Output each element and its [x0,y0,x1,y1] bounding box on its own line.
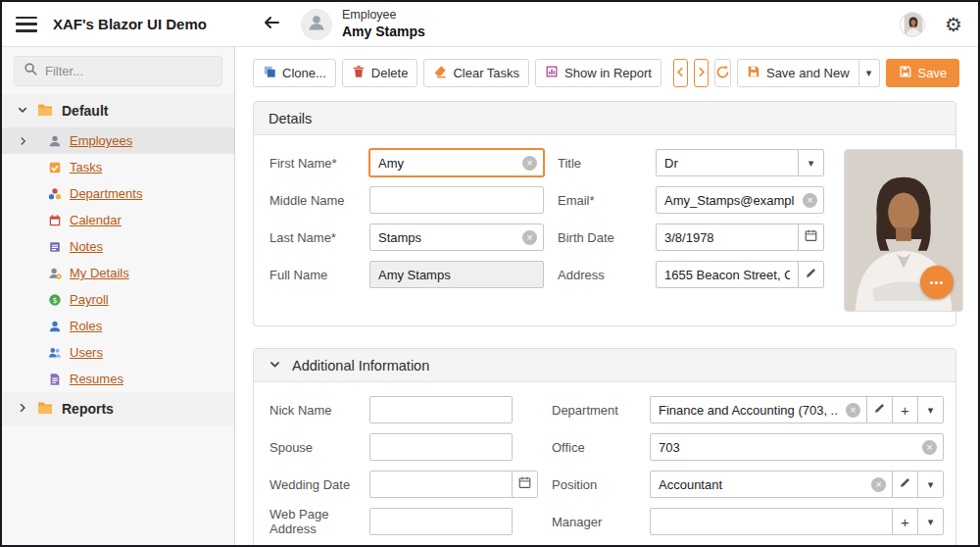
save-and-new-dropdown-button[interactable]: ▾ [859,59,880,87]
filter-input[interactable] [45,64,213,78]
wedding-date-calendar-button[interactable] [512,472,537,497]
manager-dropdown-button[interactable]: ▾ [917,509,943,534]
full-name-input [370,262,543,287]
manager-input[interactable] [651,509,892,534]
middle-name-field[interactable] [369,186,544,214]
clear-icon[interactable]: × [871,477,886,492]
sidebar-item-notes[interactable]: Notes [2,233,234,260]
sidebar-item-my-details[interactable]: My Details [2,260,234,286]
wedding-date-field[interactable] [369,471,538,498]
chevron-down-icon: ▾ [928,478,934,491]
clear-icon[interactable]: × [803,193,817,208]
office-input[interactable] [651,434,922,460]
sidebar-item-roles[interactable]: Roles [2,313,234,339]
payroll-icon: $ [47,292,62,307]
delete-button[interactable]: Delete [342,59,418,87]
first-name-input[interactable] [370,150,522,175]
birth-date-input[interactable] [657,224,798,250]
title-field[interactable]: ▾ [656,149,824,176]
chevron-right-icon [695,66,708,81]
sidebar-item-employees[interactable]: Employees [2,127,234,154]
position-field[interactable]: × ▾ [650,471,944,498]
birth-date-calendar-button[interactable] [798,224,823,250]
clear-tasks-button[interactable]: Clear Tasks [423,59,529,87]
email-field[interactable]: × [656,186,824,214]
hamburger-menu-icon[interactable] [16,17,37,32]
tasks-icon [47,160,62,174]
web-page-input[interactable] [370,509,512,534]
spouse-field[interactable] [369,433,513,461]
folder-icon [37,401,53,418]
last-name-label: Last Name* [270,230,369,245]
photo-actions-button[interactable]: ••• [920,266,954,299]
manager-label: Manager [552,515,650,529]
nick-name-input[interactable] [370,397,512,423]
filter-search-box[interactable] [14,56,222,86]
folder-icon [37,103,53,120]
department-input[interactable] [651,397,846,423]
title-input[interactable] [657,150,798,175]
sidebar-item-resumes[interactable]: Resumes [2,366,234,392]
previous-record-button[interactable] [673,59,688,87]
clear-icon[interactable]: × [522,230,537,245]
sidebar-group-reports[interactable]: Reports [2,392,234,425]
wedding-date-input[interactable] [370,472,512,497]
sidebar-group-default[interactable]: Default [2,94,234,127]
address-edit-button[interactable] [798,262,823,287]
last-name-input[interactable] [370,224,522,250]
position-dropdown-button[interactable]: ▾ [917,472,943,497]
chevron-left-icon [674,66,687,81]
clear-icon[interactable]: × [522,156,537,171]
email-input[interactable] [657,187,803,213]
web-page-field[interactable] [369,508,513,535]
employees-icon [47,133,62,148]
chevron-right-icon [18,135,28,146]
manager-field[interactable]: + ▾ [650,508,944,535]
clone-button[interactable]: Clone... [253,59,336,87]
chevron-down-icon: ▾ [928,516,934,528]
user-avatar[interactable] [900,12,925,37]
settings-gear-icon[interactable]: ⚙ [945,15,962,34]
back-button[interactable] [258,11,285,38]
save-button[interactable]: Save [886,59,960,87]
sidebar-item-tasks[interactable]: Tasks [2,154,234,180]
nick-name-label: Nick Name [270,403,369,418]
department-edit-button[interactable] [866,397,892,423]
address-field[interactable] [656,261,824,288]
record-header: Employee Amy Stamps [342,8,425,40]
spouse-input[interactable] [370,434,512,460]
save-and-new-split-button: Save and New ▾ [737,59,880,87]
record-type-avatar [301,9,332,40]
department-dropdown-button[interactable]: ▾ [917,397,943,423]
sidebar-item-calendar[interactable]: Calendar [2,207,234,233]
title-dropdown-button[interactable]: ▾ [798,150,823,175]
users-icon [47,345,62,360]
middle-name-input[interactable] [370,187,543,213]
department-field[interactable]: × + ▾ [650,396,944,423]
department-add-button[interactable]: + [892,397,917,423]
sidebar-item-departments[interactable]: Departments [2,180,234,207]
nick-name-field[interactable] [369,396,513,423]
next-record-button[interactable] [694,59,709,87]
first-name-field[interactable]: × [369,149,544,176]
birth-date-field[interactable] [656,224,824,251]
sidebar-item-payroll[interactable]: $ Payroll [2,286,234,313]
save-and-new-button[interactable]: Save and New [737,59,859,87]
position-input[interactable] [651,472,871,497]
refresh-button[interactable] [714,59,731,87]
sidebar-item-users[interactable]: Users [2,339,234,366]
plus-icon: + [901,402,909,419]
manager-add-button[interactable]: + [892,509,917,534]
notes-icon [47,239,62,254]
calendar-icon [47,213,62,227]
position-edit-button[interactable] [892,472,917,497]
clear-icon[interactable]: × [846,403,860,418]
details-left-column: First Name* × Middle Name [270,149,544,288]
office-field[interactable]: × [650,433,944,461]
address-input[interactable] [657,262,798,287]
clear-icon[interactable]: × [922,440,937,455]
show-in-report-button[interactable]: Show in Report [535,59,662,87]
app-title: XAF's Blazor UI Demo [53,16,207,32]
additional-info-header[interactable]: Additional Information [254,349,956,382]
last-name-field[interactable]: × [369,224,544,251]
